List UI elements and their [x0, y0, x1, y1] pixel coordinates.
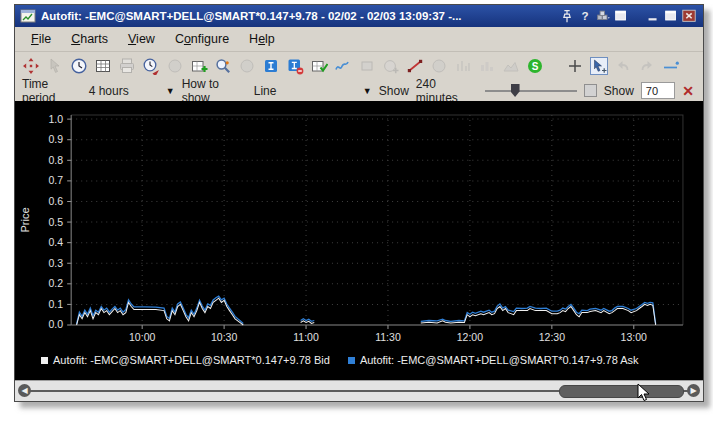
svg-text:Price: Price	[19, 207, 31, 232]
help-icon[interactable]: ?	[576, 8, 594, 24]
svg-text:12:30: 12:30	[539, 331, 565, 343]
menu-configure[interactable]: Configure	[167, 30, 237, 48]
toolbar: S	[15, 52, 703, 80]
svg-text:0.1: 0.1	[49, 298, 64, 310]
close-icon[interactable]	[680, 8, 698, 24]
menu-bar: FileChartsViewConfigureHelp	[15, 27, 703, 52]
redo-icon[interactable]	[637, 56, 657, 76]
price-chart[interactable]: 0.00.10.20.30.40.50.60.70.80.91.010:0010…	[15, 101, 703, 351]
control-bar: Time period 4 hours ▼ How to show Line ▼…	[15, 80, 703, 101]
spacer	[549, 56, 561, 76]
svg-text:1.0: 1.0	[49, 113, 64, 125]
window-title: Autofit: -EMC@SMART+DELL@SMART*0.147+9.7…	[41, 10, 553, 22]
chart-legend: Autofit: -EMC@SMART+DELL@SMART*0.147+9.7…	[15, 351, 703, 369]
svg-text:13:00: 13:00	[621, 331, 647, 343]
screenshot-page: Autofit: -EMC@SMART+DELL@SMART*0.147+9.7…	[0, 0, 713, 423]
svg-text:11:30: 11:30	[375, 331, 401, 343]
share-icon[interactable]: S	[525, 56, 545, 76]
horizontal-scrollbar[interactable]: ◀ ▶	[15, 380, 703, 401]
bars-style-icon[interactable]	[453, 56, 473, 76]
time-period-select[interactable]: 4 hours ▼	[89, 84, 175, 98]
area-style-icon[interactable]	[501, 56, 521, 76]
legend-swatch-icon	[348, 357, 355, 364]
svg-text:0.7: 0.7	[49, 174, 64, 186]
svg-text:0.9: 0.9	[49, 133, 64, 145]
svg-text:0.8: 0.8	[49, 154, 64, 166]
menu-charts[interactable]: Charts	[63, 30, 116, 48]
chart-parameters-icon[interactable]	[309, 56, 329, 76]
trendline-tool-icon[interactable]	[405, 56, 425, 76]
legend-item-bid: Autofit: -EMC@SMART+DELL@SMART*0.147+9.7…	[41, 354, 330, 366]
globe-icon[interactable]	[165, 56, 185, 76]
svg-text:11:00: 11:00	[293, 331, 319, 343]
scrollbar-thumb[interactable]	[559, 385, 685, 398]
shape-circle-plus-icon[interactable]	[381, 56, 401, 76]
undo-icon[interactable]	[613, 56, 633, 76]
time-period-icon[interactable]	[69, 56, 89, 76]
show-count-field[interactable]: 70	[641, 82, 675, 99]
add-study-icon[interactable]	[189, 56, 209, 76]
legend-item-ask: Autofit: -EMC@SMART+DELL@SMART*0.147+9.7…	[348, 354, 639, 366]
show-label: Show	[379, 84, 409, 98]
print-icon[interactable]	[117, 56, 137, 76]
annotate-text-icon[interactable]	[261, 56, 281, 76]
shape-circle-icon[interactable]	[429, 56, 449, 76]
chart-panel: 0.00.10.20.30.40.50.60.70.80.91.010:0010…	[15, 101, 703, 380]
legend-swatch-icon	[41, 357, 48, 364]
show2-label: Show	[604, 84, 634, 98]
svg-text:0.0: 0.0	[49, 319, 64, 331]
svg-text:10:30: 10:30	[211, 331, 237, 343]
svg-text:0.3: 0.3	[49, 257, 64, 269]
crosshair-tool-icon[interactable]	[21, 56, 41, 76]
title-bar[interactable]: Autofit: -EMC@SMART+DELL@SMART*0.147+9.7…	[15, 5, 703, 27]
svg-text:12:00: 12:00	[457, 331, 483, 343]
slider-track	[485, 90, 577, 92]
menu-file[interactable]: File	[23, 30, 59, 48]
data-grid-icon[interactable]	[93, 56, 113, 76]
menu-view[interactable]: View	[120, 30, 163, 48]
legend-label: Autofit: -EMC@SMART+DELL@SMART*0.147+9.7…	[360, 354, 639, 366]
crosshair-cursor-icon[interactable]	[565, 56, 585, 76]
pointer-tool-icon[interactable]	[589, 56, 609, 76]
svg-text:S: S	[532, 61, 539, 72]
svg-text:0.2: 0.2	[49, 277, 64, 289]
legend-label: Autofit: -EMC@SMART+DELL@SMART*0.147+9.7…	[53, 354, 330, 366]
slider-thumb[interactable]	[511, 84, 520, 97]
pin-icon[interactable]	[558, 8, 576, 24]
svg-text:0.4: 0.4	[49, 236, 64, 248]
svg-text:10:00: 10:00	[129, 331, 155, 343]
menu-help[interactable]: Help	[241, 30, 283, 48]
cursor-tool-icon[interactable]	[45, 56, 65, 76]
curve-tool-icon[interactable]	[333, 56, 353, 76]
close-chart-bar-icon[interactable]: ✕	[682, 84, 696, 98]
app-icon	[20, 8, 36, 24]
svg-text:?: ?	[581, 10, 588, 22]
scroll-right-icon[interactable]: ▶	[687, 384, 700, 397]
zoom-icon[interactable]	[213, 56, 233, 76]
how-to-show-select[interactable]: Line ▼	[254, 84, 372, 98]
horizontal-line-tool-icon[interactable]	[661, 56, 681, 76]
chevron-down-icon: ▼	[166, 86, 175, 96]
ball-icon[interactable]	[237, 56, 257, 76]
detach-window-icon[interactable]	[612, 8, 630, 24]
svg-text:0.6: 0.6	[49, 195, 64, 207]
histogram-style-icon[interactable]	[477, 56, 497, 76]
remove-annotation-icon[interactable]	[285, 56, 305, 76]
show-checkbox[interactable]	[584, 84, 597, 97]
chevron-down-icon: ▼	[363, 86, 372, 96]
svg-text:0.5: 0.5	[49, 216, 64, 228]
shape-square-icon[interactable]	[357, 56, 377, 76]
restore-icon[interactable]	[662, 8, 680, 24]
chart-window: Autofit: -EMC@SMART+DELL@SMART*0.147+9.7…	[14, 4, 704, 402]
minutes-slider[interactable]	[485, 84, 577, 97]
group-link-icon[interactable]	[594, 8, 612, 24]
adjust-time-icon[interactable]	[141, 56, 161, 76]
scroll-left-icon[interactable]: ◀	[18, 384, 31, 397]
minimize-icon[interactable]	[644, 8, 662, 24]
